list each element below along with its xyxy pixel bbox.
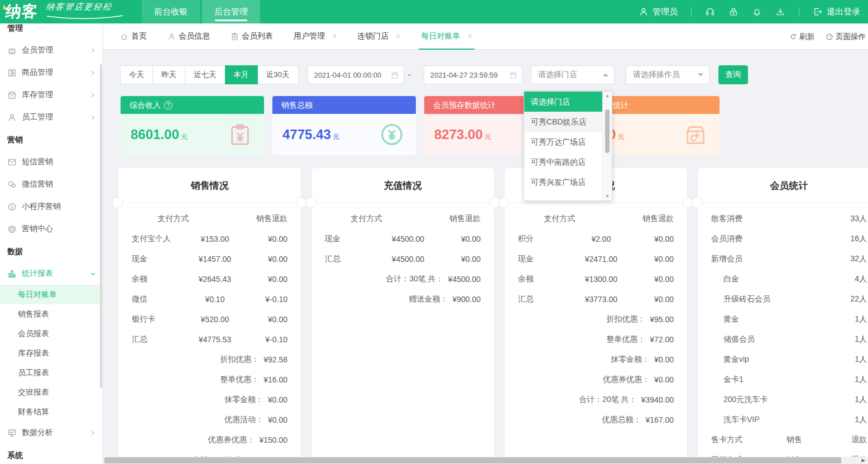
page-actions-button[interactable]: 页面操作 bbox=[826, 32, 866, 42]
page-tab[interactable]: 用户管理 × bbox=[294, 23, 337, 50]
sidebar-item[interactable]: 营销中心 bbox=[0, 218, 103, 240]
close-tab-icon[interactable]: × bbox=[396, 32, 400, 41]
slogan-underline-swoosh bbox=[46, 15, 124, 20]
store-option[interactable]: 可秀兴发广场店 bbox=[524, 172, 602, 192]
close-tab-icon[interactable]: × bbox=[467, 32, 472, 41]
lock-icon bbox=[728, 7, 738, 17]
store-select[interactable]: 请选择门店 bbox=[531, 65, 615, 84]
table-header-row: 支付方式销售退款 bbox=[311, 209, 494, 229]
panel-title: 销售情况 bbox=[118, 168, 301, 203]
quick-range-button[interactable]: 本月 bbox=[225, 65, 258, 84]
monitor-icon bbox=[7, 428, 17, 438]
box-return-icon bbox=[683, 122, 708, 147]
notch bbox=[305, 197, 316, 208]
sidebar-subitem[interactable]: 销售报表 bbox=[0, 304, 103, 324]
store-option[interactable]: 可秀CBD娱乐店 bbox=[524, 112, 602, 132]
main-content: 首页 会员信息 会员列表 用户管理 × bbox=[103, 23, 868, 464]
card-unit: 元 bbox=[181, 133, 188, 141]
panel-sales: 销售情况 支付方式销售退款 支付宝个人¥153.00¥0.00现金¥1457.0… bbox=[118, 168, 301, 464]
scrollbar-thumb[interactable] bbox=[605, 109, 610, 153]
sidebar-subitem[interactable]: 每日对账单 bbox=[0, 285, 103, 304]
store-option[interactable]: 请选择门店 bbox=[524, 92, 602, 112]
summary-row: 抹零金额：¥0.00 bbox=[118, 390, 301, 410]
store-option[interactable]: 可秀万达广场店 bbox=[524, 132, 602, 152]
person-icon bbox=[167, 32, 176, 41]
page-tab[interactable]: 会员信息 bbox=[167, 23, 210, 50]
table-body: 现金¥4500.00¥0.00汇总¥4500.00¥0.00 bbox=[311, 229, 494, 269]
page-tabstrip: 首页 会员信息 会员列表 用户管理 × bbox=[103, 23, 868, 50]
sidebar-item[interactable]: 数据分析 bbox=[0, 422, 103, 444]
goods-icon bbox=[7, 68, 17, 78]
dropdown-scrollbar[interactable]: ▲ ▼ bbox=[602, 92, 612, 200]
lock-screen-button[interactable] bbox=[728, 7, 738, 17]
page-tab[interactable]: 每日对账单 × bbox=[421, 23, 472, 50]
quick-range-button[interactable]: 近七天 bbox=[185, 65, 226, 84]
logout-icon bbox=[813, 7, 823, 17]
sidebar-item[interactable]: 小程序营销 bbox=[0, 195, 103, 218]
sidebar-subitem[interactable]: 会员报表 bbox=[0, 324, 103, 343]
card-value: 8601.00 bbox=[131, 127, 179, 142]
panel-title: 充值情况 bbox=[311, 168, 494, 203]
store-option[interactable]: 可秀中南路的店 bbox=[524, 152, 602, 172]
sidebar-subitem[interactable]: 员工报表 bbox=[0, 363, 103, 382]
table-header-row: 支付方式销售退款 bbox=[505, 209, 687, 229]
quick-range-button[interactable]: 今天 bbox=[120, 65, 153, 84]
table-row: 现金¥2471.00¥0.00 bbox=[505, 249, 687, 269]
sidebar-scrollbar[interactable] bbox=[100, 64, 102, 388]
panel-title: 会员统计 bbox=[698, 168, 868, 203]
operator-select[interactable]: 请选择操作员 bbox=[626, 65, 709, 84]
sidebar-item[interactable]: 微信营销 bbox=[0, 173, 103, 195]
table-body: 积分¥2.00¥0.00现金¥2471.00¥0.00余额¥1300.00¥0.… bbox=[505, 229, 687, 309]
sidebar-item[interactable]: 统计报表 bbox=[0, 262, 103, 285]
page-tabs: 首页 会员信息 会员列表 用户管理 × bbox=[120, 23, 493, 50]
horizontal-scrollbar[interactable]: ▶ bbox=[103, 457, 868, 464]
table-row: 汇总¥3773.00¥0.00 bbox=[505, 289, 687, 309]
refresh-button[interactable]: 刷新 bbox=[789, 32, 814, 42]
quick-range-group: 今天 昨天 近七天 本月 近30天 bbox=[121, 65, 299, 84]
page-tab[interactable]: 首页 bbox=[120, 23, 147, 50]
sidebar-subitem[interactable]: 财务结算 bbox=[0, 402, 103, 422]
scroll-right-icon[interactable]: ▶ bbox=[859, 457, 868, 464]
sidebar-section-label: 营销 bbox=[0, 128, 103, 151]
table-row: 现金¥4500.00¥0.00 bbox=[311, 229, 494, 249]
chevron-right-icon bbox=[90, 114, 96, 121]
scroll-up-icon[interactable]: ▲ bbox=[603, 92, 612, 100]
summary-row: 折扣优惠：¥92.58 bbox=[118, 350, 301, 370]
sidebar-subitem[interactable]: 库存报表 bbox=[0, 343, 103, 363]
table-row: 汇总¥4500.00¥0.00 bbox=[311, 249, 494, 269]
table-header-row: 支付方式销售退款 bbox=[118, 209, 301, 229]
sidebar-item[interactable]: 短信营销 bbox=[0, 151, 103, 173]
sidebar-item[interactable]: 库存管理 bbox=[0, 84, 103, 106]
user-menu[interactable]: 管理员 bbox=[639, 7, 678, 17]
topbar-actions: 管理员 退出登录 bbox=[639, 7, 868, 17]
stat-card-sales-total: 销售总额 4775.43元 bbox=[272, 96, 416, 155]
card-value: 8273.00 bbox=[434, 127, 483, 142]
user-icon bbox=[639, 7, 649, 17]
topbar-tab[interactable]: 后台管理 bbox=[202, 0, 260, 23]
doc-icon bbox=[231, 32, 239, 41]
sidebar-subitem[interactable]: 交班报表 bbox=[0, 382, 103, 402]
close-tab-icon[interactable]: × bbox=[332, 32, 337, 41]
support-button[interactable] bbox=[705, 7, 715, 17]
page-tab[interactable]: 会员列表 bbox=[231, 23, 273, 50]
logout-label: 退出登录 bbox=[827, 7, 860, 17]
date-from-input[interactable]: 2021-04-01 00:00:00 bbox=[308, 65, 404, 84]
member-stat-row: 新增会员32人 bbox=[698, 249, 868, 269]
scroll-down-icon[interactable]: ▼ bbox=[603, 192, 612, 200]
page-tab[interactable]: 连锁门店 × bbox=[357, 23, 400, 50]
notifications-button[interactable] bbox=[752, 7, 762, 17]
quick-range-button[interactable]: 近30天 bbox=[257, 65, 299, 84]
chevron-down-icon bbox=[90, 271, 96, 277]
slogan: 纳客管店更轻松 bbox=[46, 2, 130, 22]
sidebar-item[interactable]: 会员管理 bbox=[0, 39, 103, 61]
sidebar-item[interactable]: 商品管理 bbox=[0, 61, 103, 84]
date-to-input[interactable]: 2021-04-27 23:59:59 bbox=[424, 65, 522, 84]
help-icon[interactable]: ? bbox=[164, 101, 172, 109]
download-button[interactable] bbox=[775, 7, 785, 17]
scrollbar-thumb[interactable] bbox=[104, 457, 841, 463]
sidebar-item[interactable]: 员工管理 bbox=[0, 106, 103, 128]
quick-range-button[interactable]: 昨天 bbox=[152, 65, 185, 84]
topbar-tab[interactable]: 前台收银 bbox=[142, 0, 200, 23]
logout-button[interactable]: 退出登录 bbox=[813, 7, 860, 17]
search-button[interactable]: 查询 bbox=[718, 65, 748, 84]
